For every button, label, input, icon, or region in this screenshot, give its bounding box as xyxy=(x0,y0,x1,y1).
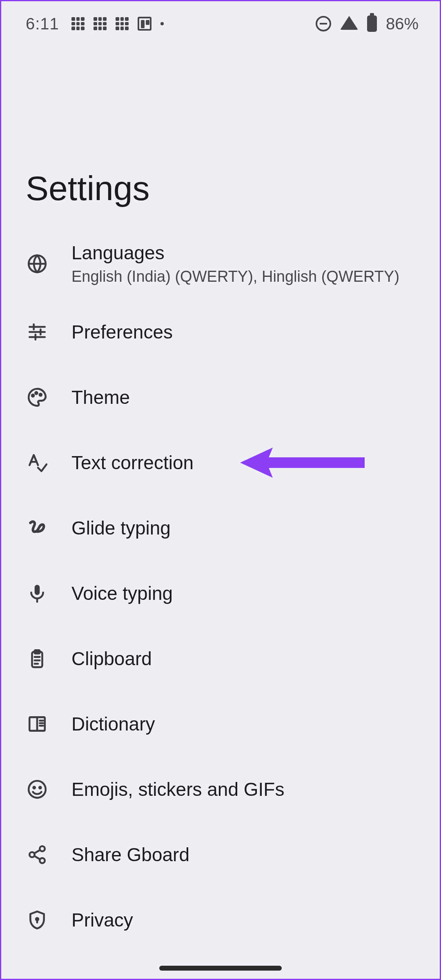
settings-item-label: Languages xyxy=(71,242,399,264)
more-notifications-icon xyxy=(160,22,164,25)
sliders-icon xyxy=(26,321,49,343)
settings-item-label: Dictionary xyxy=(71,713,155,735)
svg-point-8 xyxy=(32,394,34,396)
settings-item-subtitle: English (India) (QWERTY), Hinglish (QWER… xyxy=(71,268,399,285)
wifi-icon xyxy=(340,16,358,30)
settings-item-dictionary[interactable]: Dictionary xyxy=(1,691,440,757)
microphone-icon xyxy=(26,582,49,605)
settings-item-label: Glide typing xyxy=(71,517,171,539)
settings-item-text-correction[interactable]: Text correction xyxy=(1,430,440,495)
settings-item-glide-typing[interactable]: Glide typing xyxy=(1,495,440,561)
page-title: Settings xyxy=(26,169,150,208)
settings-item-languages[interactable]: Languages English (India) (QWERTY), Hing… xyxy=(1,228,440,299)
trello-notification-icon xyxy=(138,17,151,31)
settings-item-label: Voice typing xyxy=(71,582,173,604)
svg-point-9 xyxy=(35,392,37,394)
battery-icon xyxy=(367,16,377,32)
share-icon xyxy=(26,843,49,866)
svg-line-31 xyxy=(34,856,40,859)
settings-item-label: Preferences xyxy=(71,321,173,343)
svg-point-10 xyxy=(40,394,42,396)
status-clock: 6:11 xyxy=(26,15,59,33)
status-bar: 6:11 86% xyxy=(1,1,440,46)
settings-item-clipboard[interactable]: Clipboard xyxy=(1,626,440,691)
svg-rect-12 xyxy=(35,585,40,595)
text-check-icon xyxy=(26,451,49,474)
svg-line-30 xyxy=(34,850,40,853)
book-icon xyxy=(26,713,49,735)
gesture-icon xyxy=(26,517,49,539)
settings-item-label: Share Gboard xyxy=(71,844,189,866)
svg-point-26 xyxy=(39,787,41,788)
svg-point-24 xyxy=(29,781,46,798)
emoji-icon xyxy=(26,778,49,801)
battery-percentage: 86% xyxy=(386,15,419,33)
settings-item-emojis[interactable]: Emojis, stickers and GIFs xyxy=(1,757,440,822)
gesture-navigation-bar[interactable] xyxy=(159,966,282,971)
shield-icon xyxy=(26,909,49,931)
settings-item-theme[interactable]: Theme xyxy=(1,365,440,430)
settings-item-share[interactable]: Share Gboard xyxy=(1,822,440,887)
slack-notification-icon xyxy=(71,17,85,30)
settings-item-label: Clipboard xyxy=(71,648,152,670)
palette-icon xyxy=(26,386,49,409)
settings-item-label: Emojis, stickers and GIFs xyxy=(71,778,284,800)
settings-item-privacy[interactable]: Privacy xyxy=(1,887,440,953)
slack-notification-icon xyxy=(116,17,129,30)
settings-item-voice-typing[interactable]: Voice typing xyxy=(1,561,440,626)
settings-item-label: Theme xyxy=(71,386,130,408)
settings-list: Languages English (India) (QWERTY), Hing… xyxy=(1,228,440,953)
clipboard-icon xyxy=(26,647,49,670)
settings-item-preferences[interactable]: Preferences xyxy=(1,299,440,365)
do-not-disturb-icon xyxy=(316,16,331,31)
svg-point-25 xyxy=(33,787,35,788)
globe-icon xyxy=(26,252,49,275)
settings-item-label: Text correction xyxy=(71,452,194,474)
slack-notification-icon xyxy=(94,17,107,30)
settings-item-label: Privacy xyxy=(71,909,133,931)
